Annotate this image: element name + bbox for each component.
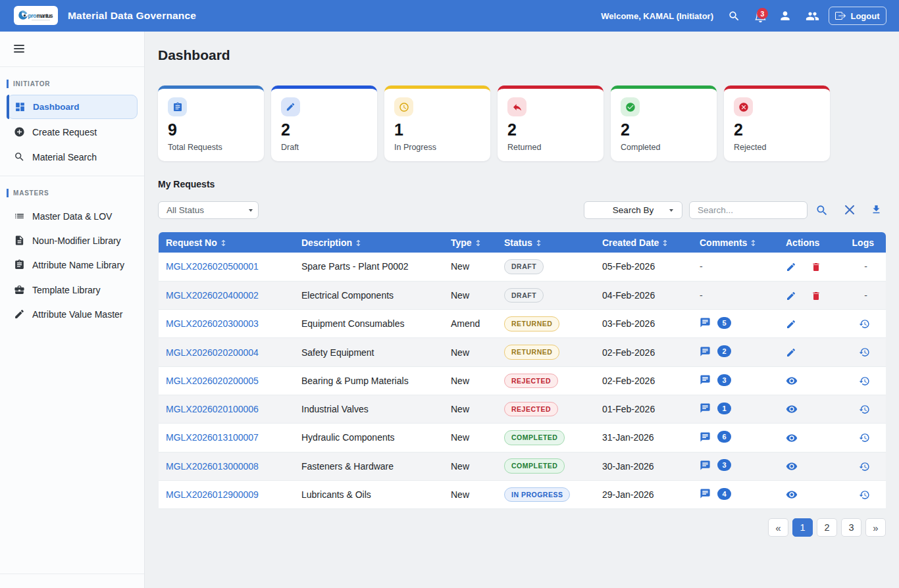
svg-text:pro: pro: [28, 12, 36, 19]
svg-text:mantus: mantus: [36, 12, 53, 19]
